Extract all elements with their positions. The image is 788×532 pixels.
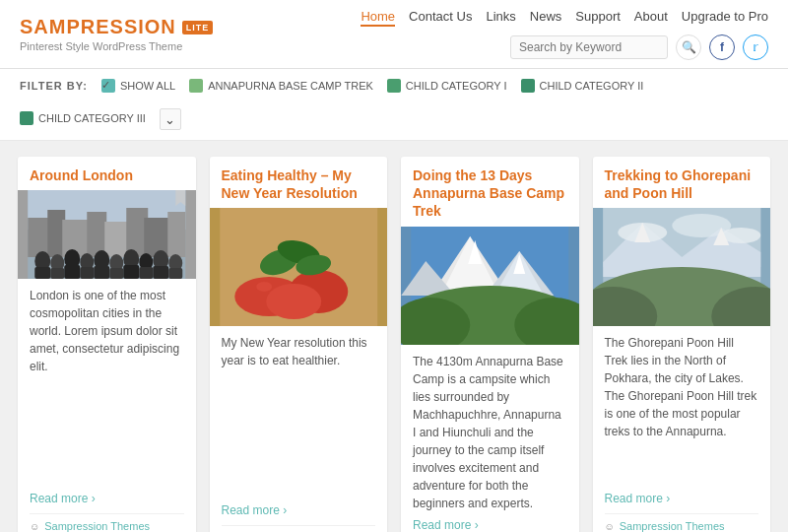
filter-check-showall: ✓ [101, 79, 115, 93]
filter-label-child3: CHILD CATEGORY III [38, 112, 146, 124]
read-more-london[interactable]: Read more › [30, 492, 184, 505]
svg-rect-29 [168, 268, 182, 279]
svg-point-34 [266, 284, 321, 319]
author-name-poon: Sampression Themes [620, 520, 725, 532]
svg-rect-24 [94, 266, 109, 279]
read-more-poon[interactable]: Read more › [605, 492, 759, 505]
svg-rect-28 [153, 266, 168, 279]
logo-tagline: Pinterest Style WordPress Theme [20, 40, 213, 52]
card-image-annapurna [401, 227, 579, 345]
card-text-eating: My New Year resolution this year is to e… [222, 334, 376, 497]
filter-annapurna[interactable]: ANNAPURNA BASE CAMP TREK [189, 79, 373, 93]
filter-dropdown[interactable]: ⌄ [160, 108, 181, 130]
filter-show-all[interactable]: ✓ SHOW ALL [101, 79, 175, 93]
filter-bar: FILTER BY: ✓ SHOW ALL ANNAPURNA BASE CAM… [0, 69, 788, 141]
svg-rect-9 [167, 212, 185, 257]
user-icon-london: ☺ [30, 521, 39, 532]
filter-child1[interactable]: CHILD CATEGORY I [387, 79, 507, 93]
card-eating-healthy: Eating Healthy – My New Year Resolution [210, 157, 388, 532]
card-image-london [18, 190, 196, 279]
nav-contact[interactable]: Contact Us [409, 9, 472, 27]
twitter-icon-btn[interactable]: 𝕣 [743, 34, 768, 60]
nav-about[interactable]: About [634, 9, 668, 27]
filter-label-annapurna: ANNAPURNA BASE CAMP TREK [208, 80, 373, 92]
london-crowd-svg [18, 190, 196, 279]
card-text-poon: The Ghorepani Poon Hill Trek lies in the… [605, 334, 759, 485]
filter-label-showall: SHOW ALL [120, 80, 175, 92]
food-svg [210, 208, 388, 326]
filter-label-child2: CHILD CATEGORY II [540, 80, 644, 92]
svg-rect-22 [64, 265, 80, 279]
card-text-london: London is one of the most cosmopolitan c… [30, 287, 184, 485]
svg-point-38 [256, 282, 272, 292]
card-title-eating: Eating Healthy – My New Year Resolution [210, 157, 388, 208]
svg-rect-26 [123, 265, 139, 279]
card-body-poon: The Ghorepani Poon Hill Trek lies in the… [593, 326, 771, 532]
card-grid: Around London [18, 157, 770, 532]
search-icon-btn[interactable]: 🔍 [676, 34, 701, 60]
filter-label-child1: CHILD CATEGORY I [406, 80, 507, 92]
nav-menu: Home Contact Us Links News Support About… [361, 9, 768, 27]
search-input[interactable] [510, 35, 668, 59]
nav-home[interactable]: Home [361, 9, 395, 27]
card-text-annapurna: The 4130m Annapurna Base Camp is a camps… [413, 353, 567, 512]
svg-rect-20 [34, 267, 50, 279]
filter-check-child3 [20, 111, 33, 125]
author-name-london: Sampression Themes [44, 520, 150, 532]
card-body-annapurna: The 4130m Annapurna Base Camp is a camps… [401, 345, 579, 532]
logo-name: SAMPRESSION [20, 16, 176, 38]
card-image-food [210, 208, 388, 326]
filter-child3[interactable]: CHILD CATEGORY III [20, 111, 146, 125]
annapurna-svg [401, 227, 579, 345]
user-icon-poon: ☺ [605, 521, 615, 532]
card-meta-poon: ☺ Sampression Themes ⚓ Landscapes, Trave… [605, 513, 759, 532]
card-title-poon: Trekking to Ghorepani and Poon Hill [593, 157, 771, 208]
filter-child2[interactable]: CHILD CATEGORY II [521, 79, 644, 93]
header: SAMPRESSION LITE Pinterest Style WordPre… [0, 0, 788, 69]
read-more-eating[interactable]: Read more › [222, 503, 376, 517]
nav-support[interactable]: Support [575, 9, 621, 27]
logo-area: SAMPRESSION LITE Pinterest Style WordPre… [20, 16, 213, 52]
svg-rect-21 [50, 268, 64, 279]
svg-rect-27 [139, 267, 153, 279]
card-annapurna: Doing the 13 Days Annapurna Base Camp Tr… [401, 157, 579, 532]
card-author-london: ☺ Sampression Themes [30, 520, 184, 532]
nav-links[interactable]: Links [486, 9, 515, 27]
nav-bottom: 🔍 f 𝕣 [510, 34, 768, 60]
card-meta-london: ☺ Sampression Themes ⚓ London, Street Ph… [30, 513, 184, 532]
card-body-london: London is one of the most cosmopolitan c… [18, 279, 196, 532]
nav-area: Home Contact Us Links News Support About… [361, 9, 768, 60]
nav-upgrade[interactable]: Upgrade to Pro [682, 9, 768, 27]
card-image-poon [593, 208, 771, 326]
card-body-eating: My New Year resolution this year is to e… [210, 326, 388, 532]
card-author-poon: ☺ Sampression Themes [605, 520, 759, 532]
svg-rect-6 [104, 222, 129, 257]
card-meta-eating: ☺ Sampression Themes ⚓ Food, Health [222, 525, 376, 532]
facebook-icon-btn[interactable]: f [709, 34, 735, 60]
filter-label: FILTER BY: [20, 80, 88, 92]
card-poon-hill: Trekking to Ghorepani and Poon Hill [593, 157, 771, 532]
poon-svg [593, 208, 771, 326]
filter-check-child1 [387, 79, 401, 93]
card-title-london: Around London [18, 157, 196, 190]
read-more-annapurna[interactable]: Read more › [413, 518, 567, 532]
svg-rect-5 [87, 212, 106, 257]
card-around-london: Around London [18, 157, 196, 532]
main-content: Around London [0, 141, 788, 532]
svg-rect-23 [80, 267, 94, 279]
svg-rect-25 [109, 268, 123, 279]
nav-news[interactable]: News [530, 9, 562, 27]
logo: SAMPRESSION LITE [20, 16, 213, 38]
card-title-annapurna: Doing the 13 Days Annapurna Base Camp Tr… [401, 157, 579, 227]
filter-check-annapurna [189, 79, 203, 93]
filter-check-child2 [521, 79, 535, 93]
logo-badge: LITE [182, 21, 214, 34]
